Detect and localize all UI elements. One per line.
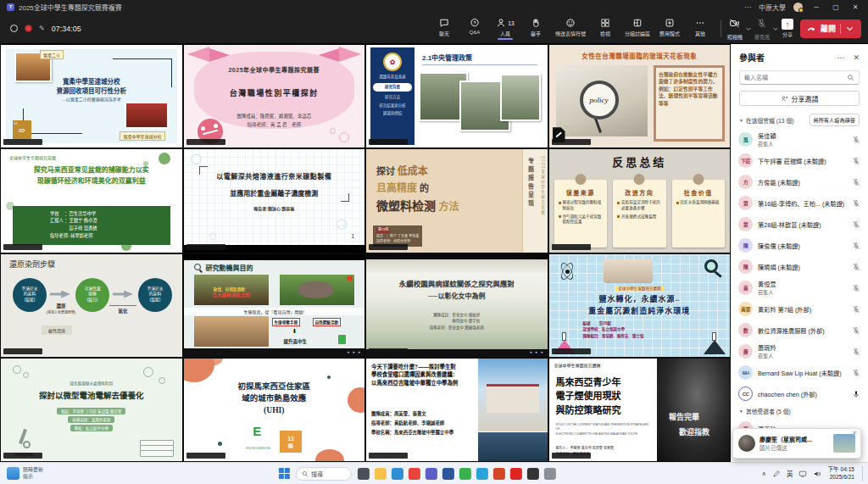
taskbar-app-file-explorer[interactable] <box>375 468 387 480</box>
mic-status-icon[interactable] <box>852 390 860 398</box>
cast-screen-icon[interactable] <box>798 470 807 478</box>
toolbar-item-view[interactable]: 檢視 <box>591 17 620 37</box>
leave-chevron-icon[interactable] <box>845 24 854 33</box>
slide-tile-16[interactable]: 全球中學生專題探究競賽 馬來西亞青少年電子煙使用現狀與防控策略研究 STUDY … <box>549 359 731 461</box>
taskbar-app-line[interactable] <box>459 468 471 480</box>
leave-button[interactable]: 離開 <box>800 19 861 38</box>
taskbar-app-edge[interactable] <box>392 468 403 480</box>
mic-status-icon[interactable] <box>852 220 860 229</box>
toolbar-item-hand[interactable]: 舉手 <box>521 17 550 37</box>
panel-more-icon[interactable]: ⋯ <box>837 53 844 62</box>
slide-tile-4[interactable]: 女性在台灣職場面臨的玻璃天花板現象 policy 台灣政府在推動女性平權方面做了… <box>549 45 731 147</box>
mic-status-icon[interactable] <box>852 348 860 356</box>
taskbar-app-teams[interactable] <box>426 468 437 480</box>
ime-language[interactable]: 英 <box>787 469 793 478</box>
participant-row[interactable]: 方 方俊能 (未驗證) <box>738 171 860 192</box>
section-collapse-icon[interactable]: ▼ <box>739 409 743 414</box>
toolbar-item-chat[interactable]: 聊天 <box>430 17 459 37</box>
slide-tile-1[interactable]: 寬柔二小 寬柔中學至達城分校資源回收項目可行性分析 —以寬柔二小的實施現況為參考… <box>1 45 182 147</box>
taskbar-app-chrome[interactable] <box>409 468 420 480</box>
slide-tile-12[interactable]: 全球中學生專題探究競賽 鹽水轉化，永續水源– 重金屬沉澱創造純淨水環境 編號 ：… <box>549 254 731 357</box>
camera-chevron-icon[interactable] <box>745 25 752 32</box>
toolbar-item-people[interactable]: 13 人員 <box>491 17 520 40</box>
slide-tile-15[interactable]: 今天下課要吃什麼?——探討學生對學校食堂檔口選擇因素與改善建議：以馬來西亞吉隆坡… <box>366 359 548 461</box>
mic-status-icon[interactable] <box>852 326 860 335</box>
mic-status-icon[interactable] <box>852 369 860 377</box>
minimize-button[interactable]: ─ <box>810 3 822 11</box>
share-button[interactable]: ↑ 分享 <box>782 19 793 38</box>
share-invite-button[interactable]: 分享邀請 <box>739 91 860 106</box>
participant-row[interactable]: 黃第 黃彩羚 第7組 (外部) <box>738 298 860 320</box>
taskbar-app-powerpoint[interactable] <box>493 468 505 480</box>
participant-row[interactable]: 蕭 蕭琬羚 召集人 <box>738 341 860 362</box>
participant-row[interactable]: 黃 黃恒萱 召集人 <box>738 277 860 298</box>
toolbar-item-emoji[interactable]: 傳送表情符號 <box>552 17 589 37</box>
slide-tile-8[interactable]: 反思总结 误差来源 移液过程导致的颗粒吸附损失 空气微粒污染干扰导致假阳性结果 … <box>549 149 731 252</box>
mic-button[interactable]: 麥克風 <box>754 17 770 41</box>
mic-status-icon[interactable] <box>852 305 860 314</box>
slide-tile-2[interactable]: 2025年全球中學生專題探究競賽 台灣職場性別平權探討 團隊成員：陳曼妮、賴湘螢… <box>184 45 365 147</box>
mic-status-icon[interactable] <box>852 199 860 208</box>
taskbar-app-youtube[interactable] <box>510 468 522 480</box>
participant-row[interactable]: 第 第16組-李博約、王柏... (未驗證) <box>738 192 860 214</box>
participant-row[interactable]: 陳 陳俊儒 (未驗證) <box>738 235 860 256</box>
mic-status-icon[interactable] <box>852 242 860 250</box>
slide-tile-7[interactable]: 专题报告呈现 2025全球中学生探究竞赛 探讨 低成本 且高精度 的 微塑料检测… <box>366 149 548 252</box>
panel-close-icon[interactable]: ✕ <box>853 53 860 62</box>
mic-chevron-icon[interactable] <box>772 25 779 32</box>
tray-chevron-icon[interactable]: ∧ <box>762 470 766 477</box>
taskbar-clock[interactable]: 下午 04:15 2025/6/21 <box>827 466 854 481</box>
participant-row[interactable]: 數 數位資源推廣服務 (外部) <box>738 320 860 341</box>
maximize-button[interactable]: ▢ <box>830 3 842 11</box>
slide-tile-10[interactable]: 研究動機與目的 砍伐、分割及清除：当大雨林消失之时 生態保育，從「看見自然」開始… <box>184 254 365 357</box>
mic-status-icon[interactable] <box>852 263 860 271</box>
participant-row[interactable]: 第 第28組-林歆芸 (未驗證) <box>738 214 860 235</box>
participant-search[interactable] <box>739 70 860 85</box>
annotate-icon[interactable]: ✎ <box>39 25 45 32</box>
toolbar-item-rooms[interactable]: 分組討論區 <box>621 17 654 37</box>
search-input[interactable] <box>744 75 847 81</box>
toast-close-icon[interactable]: ✕ <box>852 430 857 437</box>
camera-button[interactable]: 照相機 <box>727 17 743 41</box>
toolbar-item-apps[interactable]: 應用程式 <box>655 17 684 37</box>
taskbar-app-task-view[interactable] <box>358 468 370 480</box>
taskbar-app-mail[interactable] <box>476 468 488 480</box>
participant-row[interactable]: BH Bernard Saw Lip Huat (未驗證) <box>738 362 860 383</box>
mute-all-button[interactable]: 將所有人設為靜音 <box>810 114 860 126</box>
taskbar-search[interactable]: 搜尋 <box>296 467 352 481</box>
participant-name: 第28組-林歆芸 (未驗證) <box>758 220 847 229</box>
ime-pen-icon[interactable] <box>772 470 781 478</box>
slide-tile-6[interactable]: ⬡ ⬡ ⬡ 以電解深共熔溶液進行奈米碳點製備 並應用於重金屬離子濃度檢測 報告者… <box>184 149 365 252</box>
participant-row[interactable]: 下莊 下午評審 莊鎧輝 (未驗證) <box>738 150 860 171</box>
toolbar-item-more[interactable]: 其他 <box>686 17 715 37</box>
stop-recording-icon[interactable] <box>10 25 18 32</box>
slide-tile-9[interactable]: 還原染劑步驟 不溶於水的染料(靛藍) 可溶性還原態(靛白) 不溶於水的染料(靛藍… <box>1 254 182 357</box>
participant-row[interactable]: 吳 吳佳穎 召集人 <box>738 129 860 150</box>
tenant-name: 中原大學 <box>759 3 786 12</box>
mic-status-icon[interactable] <box>852 178 860 186</box>
close-button[interactable]: ✕ <box>849 3 861 11</box>
account-avatar[interactable] <box>793 3 803 12</box>
slide-tile-5[interactable]: 全球中学生专题探究竞赛 探究马来西亚常见盆栽的捕碳能力以实现碳循环经济和环境美化… <box>1 149 182 252</box>
slide-tile-14[interactable]: 初探馬來西亞住家區域的城市熱島效應(UHI) EENVIRONMENTAL 11… <box>184 359 365 461</box>
mic-status-icon[interactable] <box>852 284 860 292</box>
avatar: 方 <box>738 175 753 189</box>
speaker-icon[interactable] <box>813 470 821 478</box>
widgets-button[interactable]: 隨時更新 提示 <box>0 467 50 481</box>
slide-tile-3[interactable]: ✿ 選題背景及意義 研究背景 研究方法 研究結果與分析 建議與總結 2.1中央管… <box>366 45 548 147</box>
chat-notification-toast[interactable]: 廖慶笙（星宸司威... 圖片已傳送 ✕ <box>732 428 861 459</box>
taskbar-app-word[interactable] <box>442 468 454 480</box>
mic-status-icon[interactable] <box>852 157 860 165</box>
start-button[interactable] <box>279 468 290 479</box>
toolbar-item-qa[interactable]: Q&A <box>460 17 489 35</box>
participant-row[interactable]: CC chaochen chen (外部) <box>738 383 860 404</box>
taskbar-app-settings[interactable] <box>544 468 556 480</box>
slide-tile-13[interactable]: 綠色能源廢水處理再利用 探討以微型電池電解去優養化 組員：李育慈 丁巧欣 朱冠霖… <box>1 359 182 461</box>
mic-status-icon[interactable] <box>852 136 860 144</box>
section-collapse-icon[interactable]: ▼ <box>739 118 743 123</box>
slide-tile-11[interactable]: 永續校園與病媒蚊關係之探究與應對 ──以彰化女中為例 團隊成員：彰化女中 賴紋妤… <box>366 254 548 357</box>
taskbar-app-obs[interactable] <box>527 468 539 480</box>
titlebar-more-icon[interactable]: ⋯ <box>744 3 751 11</box>
show-desktop-strip[interactable] <box>862 466 864 481</box>
participant-row[interactable]: 陳 陳曉娟 (未驗證) <box>738 256 860 277</box>
